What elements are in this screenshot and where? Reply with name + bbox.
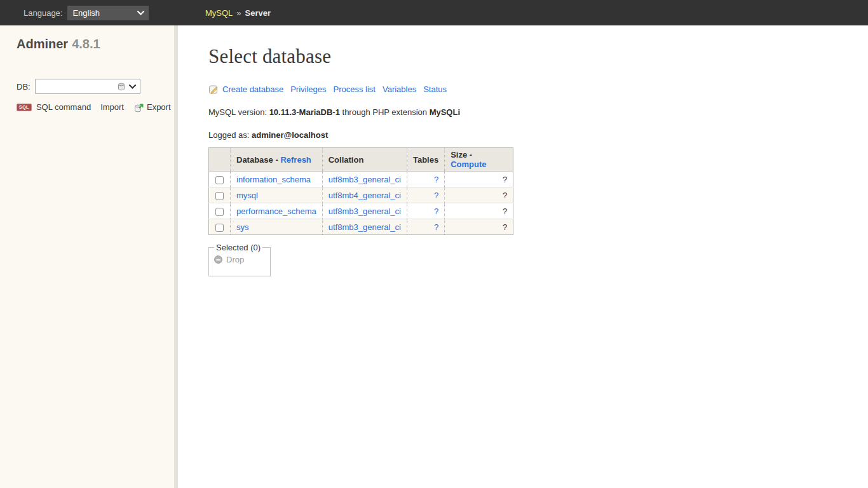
collation-link[interactable]: utf8mb3_general_ci [329, 175, 401, 184]
tables-count-link[interactable]: ? [434, 191, 438, 200]
action-variables[interactable]: Variables [383, 85, 416, 94]
action-status[interactable]: Status [423, 85, 447, 94]
app-name: Adminer [17, 37, 68, 51]
server-version-line: MySQL version: 10.11.3-MariaDB-1 through… [208, 107, 868, 117]
tables-count-link[interactable]: ? [434, 222, 438, 232]
database-header-label: Database [236, 155, 273, 165]
db-select[interactable] [35, 79, 140, 94]
size-header-label: Size [451, 150, 467, 159]
collation-header-label: Collation [329, 155, 364, 165]
row-checkbox[interactable] [215, 224, 224, 232]
column-header-database: Database - Refresh [231, 148, 323, 172]
drop-button[interactable]: Drop [214, 255, 262, 264]
selected-fieldset: Selected (0) Drop [208, 243, 271, 276]
php-extension: MySQLi [430, 107, 460, 117]
selected-legend: Selected (0) [214, 243, 262, 252]
action-process-list[interactable]: Process list [333, 85, 375, 94]
database-link[interactable]: information_schema [236, 175, 311, 184]
sidebar-links: SQL SQL command Import Export [17, 102, 174, 112]
drop-button-label: Drop [226, 255, 244, 264]
logged-as-user: adminer@localhost [252, 130, 328, 140]
databases-table: Database - Refresh Collation Tables Size… [208, 147, 513, 235]
row-checkbox[interactable] [215, 192, 224, 200]
table-row: sys utf8mb3_general_ci ? ? [209, 219, 513, 235]
collation-link[interactable]: utf8mb3_general_ci [329, 207, 401, 216]
sidebar: Adminer4.8.1 DB: SQL SQL command Import … [0, 25, 178, 488]
size-value: ? [503, 191, 507, 200]
app-title: Adminer4.8.1 [17, 37, 174, 51]
tables-count-link[interactable]: ? [434, 207, 438, 216]
export-icon [133, 104, 144, 113]
import-link[interactable]: Import [100, 102, 124, 112]
collation-link[interactable]: utf8mb4_general_ci [329, 191, 401, 200]
db-label: DB: [17, 82, 31, 92]
row-checkbox[interactable] [215, 208, 224, 216]
action-privileges[interactable]: Privileges [290, 85, 326, 94]
table-row: mysql utf8mb4_general_ci ? ? [209, 187, 513, 203]
compute-link[interactable]: Compute [451, 159, 486, 169]
header-separator: - [470, 150, 472, 159]
size-value: ? [503, 222, 507, 232]
create-database-icon [208, 85, 219, 95]
table-header-row: Database - Refresh Collation Tables Size… [209, 148, 513, 172]
size-value: ? [503, 207, 507, 216]
database-link[interactable]: mysql [236, 191, 258, 200]
tables-header-label: Tables [413, 155, 438, 165]
refresh-link[interactable]: Refresh [280, 155, 311, 165]
language-label: Language: [24, 8, 62, 18]
logged-as-prefix: Logged as: [208, 130, 249, 140]
tables-count-link[interactable]: ? [434, 175, 438, 184]
breadcrumb-server-link[interactable]: MySQL [205, 8, 233, 18]
language-switcher: Language: English [0, 6, 149, 20]
breadcrumb-current: Server [245, 8, 271, 18]
database-link[interactable]: performance_schema [236, 207, 316, 216]
sql-command-link[interactable]: SQL command [36, 102, 91, 112]
server-version: 10.11.3-MariaDB-1 [269, 107, 340, 117]
topbar: Language: English MySQL » Server [0, 0, 868, 25]
version-prefix: MySQL version: [208, 107, 267, 117]
db-selector-row: DB: [17, 79, 174, 94]
page-title: Select database [208, 45, 868, 68]
select-all-header-cell [209, 148, 231, 172]
main-content: Select database Create database Privileg… [182, 25, 868, 488]
sql-command-icon: SQL [17, 104, 32, 111]
action-create-database[interactable]: Create database [222, 85, 283, 94]
breadcrumb-separator: » [236, 8, 241, 18]
breadcrumb: MySQL » Server [205, 0, 271, 25]
row-checkbox[interactable] [215, 176, 224, 184]
server-actions: Create database Privileges Process list … [208, 84, 868, 94]
column-header-tables: Tables [407, 148, 444, 172]
database-link[interactable]: sys [236, 222, 249, 232]
collation-link[interactable]: utf8mb3_general_ci [329, 222, 401, 232]
logged-as-line: Logged as: adminer@localhost [208, 130, 868, 140]
version-middle: through PHP extension [342, 107, 427, 117]
header-separator: - [275, 155, 278, 165]
language-select[interactable]: English [67, 6, 149, 20]
column-header-size: Size - Compute [445, 148, 513, 172]
app-version: 4.8.1 [72, 37, 100, 51]
size-value: ? [503, 175, 507, 184]
table-row: information_schema utf8mb3_general_ci ? … [209, 172, 513, 187]
table-row: performance_schema utf8mb3_general_ci ? … [209, 203, 513, 219]
minus-circle-icon [214, 255, 222, 264]
export-link[interactable]: Export [147, 102, 171, 112]
column-header-collation: Collation [322, 148, 407, 172]
